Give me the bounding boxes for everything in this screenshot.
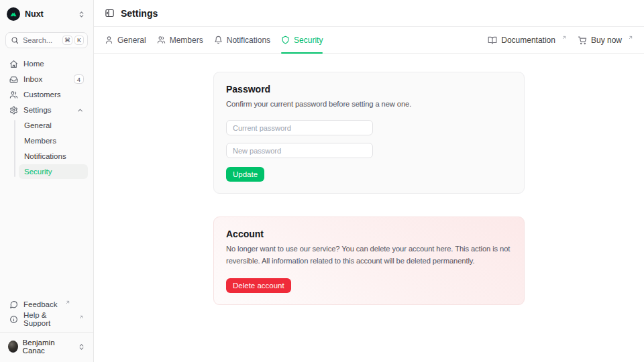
- documentation-label: Documentation: [501, 36, 555, 45]
- settings-security-content: Password Confirm your current password b…: [94, 54, 644, 362]
- sidebar-item-label: Settings: [23, 106, 52, 114]
- search-icon: [11, 36, 19, 44]
- kbd-meta: ⌘: [62, 36, 72, 45]
- message-bubble-icon: [9, 300, 18, 309]
- external-link-icon: [628, 35, 633, 40]
- sidebar-item-label: Customers: [23, 90, 61, 99]
- help-support-link[interactable]: Help & Support: [5, 312, 88, 326]
- password-card: Password Confirm your current password b…: [213, 72, 525, 194]
- buy-now-label: Buy now: [591, 36, 622, 45]
- new-password-field[interactable]: [226, 143, 373, 158]
- chevron-up-icon: [76, 107, 84, 114]
- sidebar-item-label: Members: [24, 137, 56, 145]
- page-header: Settings: [94, 0, 644, 27]
- nuxt-logo-icon: [7, 7, 20, 21]
- tabbar: General Members Notifications Security: [94, 27, 644, 54]
- sidebar-item-settings[interactable]: Settings: [5, 103, 88, 117]
- cart-icon: [578, 36, 587, 45]
- sidebar-item-members[interactable]: Members: [19, 133, 88, 148]
- buy-now-link[interactable]: Buy now: [578, 27, 633, 53]
- tab-notifications[interactable]: Notifications: [214, 27, 270, 53]
- bell-icon: [214, 36, 223, 44]
- sidebar-item-inbox[interactable]: Inbox 4: [5, 72, 88, 86]
- gear-icon: [9, 106, 18, 115]
- sidebar-item-customers[interactable]: Customers: [5, 87, 88, 102]
- update-button[interactable]: Update: [226, 167, 264, 182]
- tab-label: General: [117, 36, 146, 45]
- account-card: Account No longer want to use our servic…: [213, 217, 525, 305]
- inbox-icon: [9, 75, 18, 84]
- sidebar-footer: Feedback Help & Support Benjamin Canac: [5, 297, 88, 357]
- tab-members[interactable]: Members: [157, 27, 203, 53]
- tab-label: Members: [170, 36, 203, 45]
- sidebar-item-label: Inbox: [23, 75, 42, 83]
- tabs: General Members Notifications Security: [105, 27, 323, 53]
- shield-icon: [281, 36, 290, 44]
- sidebar-item-label: Security: [24, 168, 52, 176]
- user-menu[interactable]: Benjamin Canac: [5, 337, 88, 357]
- sidebar-item-label: Notifications: [24, 152, 66, 160]
- users-icon: [157, 36, 166, 44]
- search-input[interactable]: Search... ⌘ K: [5, 32, 88, 48]
- sidebar-item-notifications[interactable]: Notifications: [19, 149, 88, 164]
- account-card-title: Account: [226, 229, 512, 239]
- user-icon: [105, 36, 113, 44]
- external-link-icon: [561, 35, 567, 40]
- account-card-description: No longer want to use our service? You c…: [226, 243, 512, 267]
- help-support-label: Help & Support: [23, 311, 71, 327]
- external-link-icon: [78, 314, 84, 320]
- chevrons-up-down-icon: [78, 11, 85, 18]
- sidebar-item-general[interactable]: General: [19, 118, 88, 133]
- external-link-icon: [65, 300, 70, 305]
- header-actions: Documentation Buy now: [488, 27, 633, 53]
- documentation-link[interactable]: Documentation: [488, 27, 567, 53]
- sidebar-nav: Home Inbox 4 Customers Settings: [5, 56, 88, 179]
- sidebar-item-label: General: [24, 121, 52, 129]
- delete-account-button[interactable]: Delete account: [226, 278, 291, 293]
- divider: [0, 332, 93, 333]
- password-card-description: Confirm your current password before set…: [226, 98, 512, 110]
- feedback-link[interactable]: Feedback: [5, 297, 88, 312]
- workspace-switcher[interactable]: Nuxt: [5, 5, 88, 23]
- sidebar-item-security[interactable]: Security: [19, 164, 88, 179]
- search-shortcut: ⌘ K: [62, 36, 84, 45]
- avatar: [8, 341, 18, 353]
- settings-subnav: General Members Notifications Security: [5, 118, 88, 179]
- feedback-label: Feedback: [23, 300, 58, 308]
- workspace-name: Nuxt: [25, 9, 44, 19]
- tab-security[interactable]: Security: [281, 27, 323, 53]
- current-password-field[interactable]: [226, 120, 373, 135]
- sidebar: Nuxt Search... ⌘ K Home Inbox 4: [0, 0, 94, 362]
- chevrons-up-down-icon: [78, 343, 85, 351]
- tab-general[interactable]: General: [105, 27, 146, 53]
- tab-label: Notifications: [227, 36, 270, 45]
- search-placeholder: Search...: [23, 36, 52, 44]
- users-icon: [9, 90, 18, 99]
- sidebar-collapse-icon[interactable]: [105, 8, 115, 18]
- password-card-title: Password: [226, 84, 512, 95]
- info-icon: [9, 315, 18, 324]
- tab-label: Security: [294, 36, 323, 45]
- sidebar-item-home[interactable]: Home: [5, 56, 88, 71]
- home-icon: [9, 60, 18, 68]
- user-name: Benjamin Canac: [23, 339, 68, 355]
- page-title: Settings: [121, 8, 158, 19]
- kbd-k: K: [74, 36, 84, 45]
- inbox-count-badge: 4: [74, 74, 84, 84]
- book-open-icon: [488, 36, 497, 45]
- main-panel: Settings General Members Notifications: [94, 0, 644, 362]
- sidebar-item-label: Home: [23, 60, 44, 68]
